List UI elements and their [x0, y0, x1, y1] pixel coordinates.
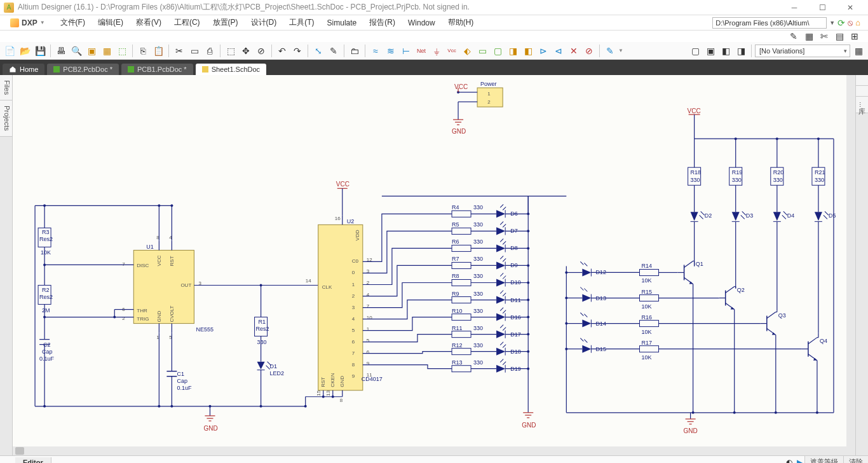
svg-text:Cap: Cap	[177, 378, 187, 384]
pen-icon[interactable]: ✎	[787, 29, 801, 43]
t2-icon[interactable]: ▣	[703, 44, 717, 58]
copy-icon[interactable]: ⎘	[136, 44, 150, 58]
nav-stop-icon[interactable]: ⦸	[848, 18, 853, 28]
redo-icon[interactable]: ↷	[290, 44, 304, 58]
svg-marker-270	[773, 212, 781, 221]
sheet-icon[interactable]: ▣	[85, 44, 98, 58]
select-icon[interactable]: ⬚	[224, 44, 238, 58]
layers-icon[interactable]: ▦	[802, 29, 816, 43]
editor-tab[interactable]: Editor	[15, 457, 51, 464]
menu-design[interactable]: 设计(D)	[245, 15, 283, 30]
tab-home-label: Home	[20, 66, 38, 73]
print-icon[interactable]: 🖶	[54, 44, 68, 58]
dxp-button[interactable]: DXP ▼	[4, 17, 51, 29]
panel-tab-favorites[interactable]: 偏好的	[856, 75, 868, 86]
menu-file[interactable]: 文件(F)	[54, 15, 92, 30]
noer-icon[interactable]: ✕	[567, 44, 581, 58]
menu-window[interactable]: Window	[402, 17, 442, 29]
maximize-button[interactable]: ☐	[808, 0, 836, 15]
cross-probe-icon[interactable]: ⤡	[311, 44, 325, 58]
svg-rect-350	[639, 346, 658, 352]
svg-text:12: 12	[367, 257, 372, 263]
stamp-icon[interactable]: ⎙	[203, 44, 217, 58]
wire-icon[interactable]: ≈	[369, 44, 383, 58]
panel-tab-files[interactable]: Files	[0, 75, 12, 100]
rubber-icon[interactable]: ▭	[187, 44, 201, 58]
schematic-canvas[interactable]: Power 1 2 VCC GND VCC U1 NE555 DISC THR	[13, 75, 855, 455]
zoom-icon[interactable]: 🔍	[69, 44, 83, 58]
menu-help[interactable]: 帮助(H)	[442, 15, 480, 30]
directives-icon[interactable]: ⊘	[582, 44, 596, 58]
svg-marker-166	[496, 227, 505, 235]
panel-tab-projects[interactable]: Projects	[0, 100, 12, 137]
tab-pcb1[interactable]: PCB1.PcbDoc *	[121, 64, 193, 75]
grid-toggle-icon[interactable]: ▤	[832, 29, 846, 43]
paste-icon[interactable]: 📋	[151, 44, 165, 58]
t3-icon[interactable]: ◧	[719, 44, 733, 58]
move-icon[interactable]: ✥	[239, 44, 253, 58]
svg-text:330: 330	[473, 359, 483, 366]
menu-place[interactable]: 放置(P)	[207, 15, 245, 30]
menu-project[interactable]: 工程(C)	[168, 15, 207, 30]
head-up-icon[interactable]: ◐	[784, 457, 794, 464]
menu-view[interactable]: 察看(V)	[130, 15, 168, 30]
svg-text:Cap: Cap	[42, 349, 53, 355]
tab-home[interactable]: Home	[3, 64, 44, 75]
device-sheet-icon[interactable]: ◧	[521, 44, 535, 58]
panel-tab-library[interactable]: 库...	[856, 97, 868, 113]
path-input[interactable]: D:\Program Files (x86)\Altium\	[712, 17, 827, 29]
signal-harness-icon[interactable]: ⊲	[552, 44, 566, 58]
svg-text:330: 330	[473, 204, 483, 211]
bus-icon[interactable]: ≋	[384, 44, 398, 58]
t1-icon[interactable]: ▢	[688, 44, 702, 58]
svg-rect-310	[639, 295, 658, 301]
menu-simulate[interactable]: Simulate	[321, 17, 363, 29]
vertical-scrollbar[interactable]	[846, 75, 855, 446]
browse-icon[interactable]: 🗀	[348, 44, 362, 58]
sheet-symbol-icon[interactable]: ▢	[491, 44, 505, 58]
new-icon[interactable]: 📄	[3, 44, 17, 58]
nav-home-icon[interactable]: ⌂	[855, 18, 860, 27]
nav-refresh-icon[interactable]: ⟳	[837, 18, 845, 28]
compile-icon[interactable]: ▦	[100, 44, 114, 58]
gnd-place-icon[interactable]: ⏚	[430, 44, 444, 58]
clear-button[interactable]: 清除	[843, 456, 868, 463]
svg-text:16: 16	[335, 216, 341, 221]
cut-icon[interactable]: ✄	[817, 29, 831, 43]
svg-text:2: 2	[122, 315, 125, 321]
save-icon[interactable]: 💾	[33, 44, 47, 58]
part-icon[interactable]: ▭	[475, 44, 489, 58]
svg-text:2: 2	[352, 293, 355, 299]
minimize-button[interactable]: ─	[780, 0, 808, 15]
horizontal-scrollbar[interactable]	[13, 446, 846, 455]
harness-icon[interactable]: ⊳	[536, 44, 550, 58]
highlight-icon[interactable]: ✎	[603, 44, 617, 58]
menu-report[interactable]: 报告(R)	[363, 15, 402, 30]
svg-text:VCC: VCC	[336, 181, 349, 188]
close-button[interactable]: ✕	[836, 0, 864, 15]
undo-icon[interactable]: ↶	[275, 44, 289, 58]
port-icon[interactable]: ⬖	[460, 44, 474, 58]
snap-icon[interactable]: ⊞	[848, 29, 862, 43]
menu-edit[interactable]: 编辑(E)	[92, 15, 130, 30]
mask-level-button[interactable]: 遮盖等级	[804, 456, 843, 463]
menu-tools[interactable]: 工具(T)	[283, 15, 320, 30]
deselect-icon[interactable]: ⊘	[254, 44, 268, 58]
netlabel-icon[interactable]: Net	[414, 44, 428, 58]
filter-icon[interactable]: ▶	[794, 457, 804, 464]
vcc-place-icon[interactable]: Vcc	[445, 44, 459, 58]
businterface-icon[interactable]: ⊢	[399, 44, 413, 58]
open-icon[interactable]: 📂	[18, 44, 32, 58]
cut2-icon[interactable]: ✂	[172, 44, 186, 58]
hierarchy-icon[interactable]: ⬚	[115, 44, 129, 58]
annotate-icon[interactable]: ✎	[327, 44, 341, 58]
panel-tab-clipboard[interactable]: 剪贴板	[856, 86, 868, 97]
tab-pcb2[interactable]: PCB2.PcbDoc *	[47, 64, 119, 75]
sheet-entry-icon[interactable]: ◨	[506, 44, 520, 58]
grid-icon[interactable]: ▦	[851, 44, 865, 58]
variations-dropdown[interactable]: [No Variations]	[755, 45, 850, 57]
tab-sheet1[interactable]: Sheet1.SchDoc	[196, 64, 266, 75]
t4-icon[interactable]: ◨	[734, 44, 748, 58]
svg-text:330: 330	[691, 177, 700, 183]
document-tabbar: Home PCB2.PcbDoc * PCB1.PcbDoc * Sheet1.…	[0, 60, 868, 75]
